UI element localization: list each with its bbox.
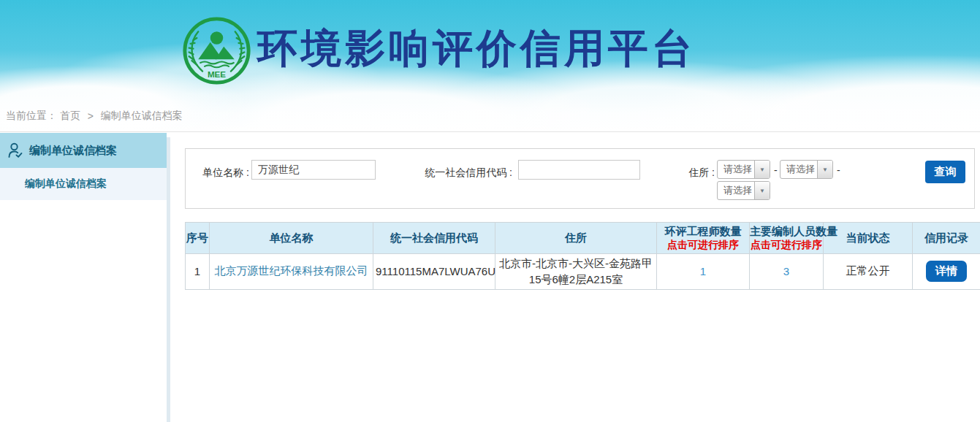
sidebar-item-label: 编制单位诚信档案 [29,144,117,158]
header-banner: MEE 环境影响评价信用平台 当前位置： 首页 > 编制单位诚信档案 [0,0,980,132]
address-dash-2: - [837,164,840,176]
city-select-value: 请选择 [780,161,817,178]
sidebar: 编制单位诚信档案 编制单位诚信档案 [0,133,167,422]
unit-name-input[interactable] [251,160,376,180]
sidebar-divider [167,137,170,422]
credit-code-input[interactable] [518,160,640,180]
detail-button[interactable]: 详情 [926,261,967,282]
cell-address: 北京市-北京市-大兴区-金苑路甲15号6幢2层A215室 [495,254,657,290]
sidebar-item-unit-credit-archive[interactable]: 编制单位诚信档案 [0,133,167,168]
page: MEE 环境影响评价信用平台 当前位置： 首页 > 编制单位诚信档案 编制单位诚… [0,0,980,422]
province-select-value: 请选择 [718,161,754,178]
person-check-icon [7,142,24,159]
cell-credit-code: 91110115MA7LWUA76U [373,254,495,290]
svg-text:MEE: MEE [208,69,226,79]
cell-status: 正常公开 [824,254,913,290]
breadcrumb-current: 编制单位诚信档案 [101,110,183,121]
cell-index: 1 [186,254,210,290]
search-panel: 单位名称 : 统一社会信用代码 : 住所 : 请选择 ▼ - 请选择 ▼ - 请… [185,148,975,209]
staff-count-link[interactable]: 3 [783,265,789,277]
results-table: 序号 单位名称 统一社会信用代码 住所 环评工程师数量 点击可进行排序 主要编制… [185,222,980,290]
dropdown-arrow-icon[interactable]: ▼ [754,182,770,199]
table-header-row: 序号 单位名称 统一社会信用代码 住所 环评工程师数量 点击可进行排序 主要编制… [186,223,980,254]
col-header-credit-code: 统一社会信用代码 [373,223,495,254]
col-header-address: 住所 [495,223,657,254]
unit-name-label: 单位名称 : [193,166,249,180]
company-name-link[interactable]: 北京万源世纪环保科技有限公司 [215,264,368,277]
mee-logo-icon: MEE [181,15,252,86]
sidebar-subitem-unit-credit-archive[interactable]: 编制单位诚信档案 [0,168,167,200]
col-header-index: 序号 [186,223,210,254]
dropdown-arrow-icon[interactable]: ▼ [817,161,832,178]
sort-hint[interactable]: 点击可进行排序 [750,239,823,252]
mee-logo: MEE [181,15,252,86]
breadcrumb-label: 当前位置： [6,110,57,121]
district-select[interactable]: 请选择 ▼ [717,181,770,200]
breadcrumb: 当前位置： 首页 > 编制单位诚信档案 [6,110,183,123]
site-title: 环境影响评价信用平台 [257,25,696,72]
province-select[interactable]: 请选择 ▼ [717,160,770,179]
col-header-staff-count[interactable]: 主要编制人员数量 点击可进行排序 [750,223,824,254]
breadcrumb-home-link[interactable]: 首页 [60,110,80,121]
sort-hint[interactable]: 点击可进行排序 [657,239,749,252]
table-row: 1 北京万源世纪环保科技有限公司 91110115MA7LWUA76U 北京市-… [186,254,980,290]
col-header-unit-name: 单位名称 [210,223,373,254]
city-select[interactable]: 请选择 ▼ [780,160,833,179]
dropdown-arrow-icon[interactable]: ▼ [754,161,770,178]
district-select-value: 请选择 [718,182,754,199]
credit-code-label: 统一社会信用代码 : [403,166,512,180]
query-button[interactable]: 查询 [925,161,965,183]
address-dash-1: - [774,164,778,176]
address-label: 住所 : [656,166,715,180]
sidebar-subitem-label: 编制单位诚信档案 [25,177,107,191]
col-header-engineer-count[interactable]: 环评工程师数量 点击可进行排序 [657,223,750,254]
engineer-count-link[interactable]: 1 [700,265,706,277]
col-header-credit-record: 信用记录 [913,223,980,254]
breadcrumb-separator: > [88,110,94,122]
